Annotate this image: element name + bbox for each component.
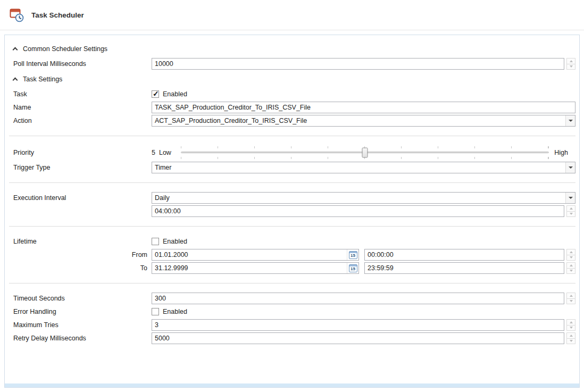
lifetime-from-date-picker[interactable]: 01.01.2000 15 [152,249,359,261]
execution-interval-dropdown-value: Daily [152,193,565,203]
name-label: Name [13,104,152,111]
calendar-day: 15 [351,266,355,272]
numeric-stepper[interactable] [566,332,575,344]
numeric-stepper[interactable] [566,58,575,70]
error-handling-row: Error Handling Enabled [13,306,575,318]
stepper-down-icon[interactable] [566,64,575,70]
maximum-tries-label: Maximum Tries [13,321,152,329]
lifetime-label: Lifetime [13,238,152,245]
stepper-down-icon[interactable] [566,212,575,218]
timeout-row: Timeout Seconds [13,293,575,304]
retry-delay-row: Retry Delay Milliseconds [13,332,575,344]
action-dropdown[interactable]: ACT_SAP_Production_Creditor_To_IRIS_CSV_… [152,115,575,127]
lifetime-enabled-checkbox-group[interactable]: Enabled [152,238,187,245]
trigger-type-row: Trigger Type Timer [13,162,575,173]
retry-delay-input[interactable] [152,332,564,344]
trigger-type-dropdown[interactable]: Timer [152,162,575,173]
timeout-label: Timeout Seconds [13,295,152,302]
poll-interval-input[interactable] [152,58,564,70]
lifetime-to-date-picker[interactable]: 31.12.9999 15 [152,262,359,274]
poll-interval-label: Poll Interval Milliseconds [13,60,152,68]
poll-interval-row: Poll Interval Milliseconds [13,58,575,70]
chevron-down-icon[interactable] [565,193,575,203]
priority-label: Priority [13,149,152,156]
settings-panel: Common Scheduler Settings Poll Interval … [4,35,580,388]
priority-high-label: High [554,149,568,156]
priority-row: Priority 5 Low High [13,145,575,160]
numeric-stepper[interactable] [566,319,575,331]
lifetime-from-time-input[interactable] [364,249,564,261]
error-handling-label: Error Handling [13,308,152,315]
task-enabled-row: Task Enabled [13,88,575,100]
lifetime-from-label: From [13,251,152,258]
slider-track[interactable] [181,146,549,159]
section-common-scheduler-settings[interactable]: Common Scheduler Settings [13,41,575,56]
numeric-stepper[interactable] [566,205,575,217]
lifetime-to-row: To 31.12.9999 15 [13,262,575,274]
app-header: Task Scheduler [0,0,584,30]
chevron-down-icon[interactable] [565,115,575,126]
divider [9,182,575,183]
stepper-up-icon[interactable] [566,293,575,299]
panel-bottom-accent [5,383,579,387]
stepper-down-icon[interactable] [566,339,575,345]
task-enabled-checkbox-label: Enabled [163,90,187,98]
retry-delay-label: Retry Delay Milliseconds [13,335,152,342]
execution-interval-row: Execution Interval Daily [13,192,575,204]
action-row: Action ACT_SAP_Production_Creditor_To_IR… [13,115,575,127]
action-dropdown-value: ACT_SAP_Production_Creditor_To_IRIS_CSV_… [152,115,565,126]
execution-interval-label: Execution Interval [13,194,152,202]
stepper-up-icon[interactable] [566,58,575,64]
lifetime-enabled-checkbox-label: Enabled [163,238,187,245]
numeric-stepper[interactable] [566,262,575,274]
lifetime-to-date-value[interactable]: 31.12.9999 [152,263,347,273]
action-label: Action [13,117,152,124]
error-handling-checkbox[interactable] [152,308,159,315]
task-enabled-checkbox[interactable] [152,90,159,98]
numeric-stepper[interactable] [566,249,575,261]
task-label: Task [13,90,152,98]
execution-interval-dropdown[interactable]: Daily [152,192,575,204]
divider [9,283,575,283]
calendar-icon[interactable]: 15 [347,263,358,273]
page-title: Task Scheduler [31,11,84,19]
stepper-down-icon[interactable] [566,326,575,331]
numeric-stepper[interactable] [566,293,575,304]
lifetime-from-date-value[interactable]: 01.01.2000 [152,249,347,260]
maximum-tries-input[interactable] [152,319,564,331]
chevron-up-icon [13,78,18,83]
stepper-down-icon[interactable] [566,269,575,274]
divider [9,226,575,227]
maximum-tries-row: Maximum Tries [13,319,575,331]
slider-thumb[interactable] [362,148,368,158]
stepper-up-icon[interactable] [566,262,575,269]
priority-slider[interactable]: 5 Low High [152,146,575,159]
section-title: Common Scheduler Settings [23,45,107,53]
calendar-icon[interactable]: 15 [347,249,358,260]
section-task-settings[interactable]: Task Settings [13,72,575,87]
divider [9,136,575,136]
stepper-up-icon[interactable] [566,319,575,326]
execution-time-input[interactable] [152,205,564,217]
priority-low-label: Low [159,149,171,156]
trigger-type-dropdown-value: Timer [152,162,565,173]
error-handling-checkbox-group[interactable]: Enabled [152,308,187,315]
lifetime-row: Lifetime Enabled [13,236,575,247]
error-handling-checkbox-label: Enabled [163,308,187,315]
trigger-type-label: Trigger Type [13,164,152,171]
lifetime-to-time-input[interactable] [364,262,564,274]
calendar-day: 15 [351,253,355,258]
timeout-input[interactable] [152,293,564,304]
lifetime-enabled-checkbox[interactable] [152,238,159,245]
task-scheduler-icon [10,8,24,22]
chevron-down-icon[interactable] [565,162,575,173]
stepper-down-icon[interactable] [566,299,575,305]
stepper-up-icon[interactable] [566,249,575,255]
stepper-up-icon[interactable] [566,332,575,339]
task-name-input[interactable] [152,102,575,113]
stepper-down-icon[interactable] [566,255,575,261]
lifetime-to-label: To [13,264,152,272]
task-enabled-checkbox-group[interactable]: Enabled [152,90,187,98]
stepper-up-icon[interactable] [566,205,575,212]
chevron-up-icon [13,47,18,53]
